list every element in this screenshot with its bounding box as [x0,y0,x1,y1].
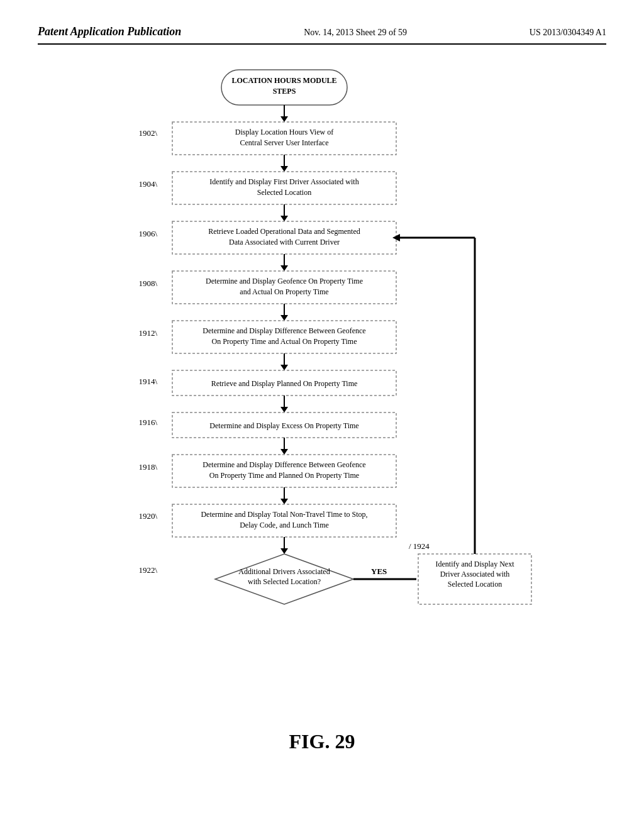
node-1906-line1: Retrieve Loaded Operational Data and Seg… [208,227,360,236]
svg-marker-11 [280,265,288,271]
node-1920-line2: Delay Code, and Lunch Time [240,521,329,529]
svg-marker-5 [280,166,288,172]
node-1904-line1: Identify and Display First Driver Associ… [209,177,358,186]
fig-label: FIG. 29 [38,730,606,753]
node-1902-line2: Central Server User Interface [240,138,329,147]
header: Patent Application Publication Nov. 14, … [38,25,606,45]
label-1902: 1902\ [138,128,157,138]
label-1914: 1914\ [138,377,157,386]
svg-marker-20 [280,407,288,412]
svg-marker-23 [280,449,288,455]
node-1922-line1: Additional Drivers Associated [238,567,330,576]
node-1906-line2: Data Associated with Current Driver [229,238,340,246]
svg-marker-17 [280,365,288,370]
label-1916: 1916\ [138,418,157,427]
page: Patent Application Publication Nov. 14, … [0,0,644,830]
node-1924-line2: Driver Associated with [440,570,510,578]
top-node-line1: LOCATION HOURS MODULE [231,76,336,85]
node-1912-line2: On Property Time and Actual On Property … [211,337,357,346]
label-1920: 1920\ [138,511,157,521]
flowchart-svg: LOCATION HOURS MODULE STEPS 1902\ Displa… [64,64,580,705]
svg-marker-14 [280,315,288,321]
publication-title: Patent Application Publication [38,25,181,38]
node-1908-line1: Determine and Display Geofence On Proper… [206,277,363,285]
label-1922: 1922\ [138,565,157,575]
label-1904: 1904\ [138,179,157,189]
node-1920-line1: Determine and Display Total Non-Travel T… [201,510,367,519]
node-1902-line1: Display Location Hours View of [235,128,333,136]
node-1904-line2: Selected Location [257,188,311,197]
yes-label: YES [371,567,387,576]
sheet-info: Nov. 14, 2013 Sheet 29 of 59 [304,25,407,38]
node-1916: Determine and Display Excess On Property… [209,421,358,430]
svg-marker-29 [280,548,288,554]
svg-marker-2 [280,116,288,122]
label-1924: / 1924 [409,541,430,551]
label-1918: 1918\ [138,462,157,472]
label-1908: 1908\ [138,279,157,288]
node-1918-line2: On Property Time and Planned On Property… [209,471,359,480]
node-1924-line3: Selected Location [448,580,502,589]
node-1922-line2: with Selected Location? [248,577,321,586]
node-1908-line2: and Actual On Property Time [240,287,328,296]
diagram-container: LOCATION HOURS MODULE STEPS 1902\ Displa… [38,64,606,705]
node-1918-line1: Determine and Display Difference Between… [203,460,365,469]
label-1912: 1912\ [138,328,157,338]
node-1912-line1: Determine and Display Difference Between… [203,326,365,335]
node-1924-line1: Identify and Display Next [436,560,515,568]
top-node-line2: STEPS [273,87,296,96]
label-1906: 1906\ [138,229,157,238]
patent-number: US 2013/0304349 A1 [530,25,606,38]
svg-marker-26 [280,499,288,504]
node-1914: Retrieve and Display Planned On Property… [211,379,358,388]
svg-marker-8 [280,216,288,221]
